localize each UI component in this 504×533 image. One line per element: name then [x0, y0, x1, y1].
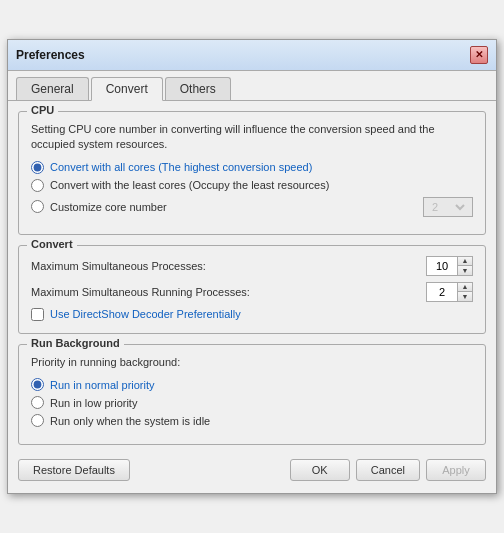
- run-background-group-label: Run Background: [27, 337, 124, 349]
- normal-priority-row: Run in normal priority: [31, 378, 473, 391]
- least-cores-row: Convert with the least cores (Occupy the…: [31, 179, 473, 192]
- max-simultaneous-row: Maximum Simultaneous Processes: ▲ ▼: [31, 256, 473, 276]
- content-area: CPU Setting CPU core number in convertin…: [8, 101, 496, 493]
- all-cores-radio[interactable]: [31, 161, 44, 174]
- max-simultaneous-down[interactable]: ▼: [458, 266, 472, 275]
- max-simultaneous-label: Maximum Simultaneous Processes:: [31, 260, 426, 272]
- preferences-window: Preferences ✕ General Convert Others CPU…: [7, 39, 497, 494]
- apply-button[interactable]: Apply: [426, 459, 486, 481]
- max-running-input[interactable]: [427, 283, 457, 301]
- bottom-buttons: Restore Defaults OK Cancel Apply: [18, 455, 486, 483]
- max-running-label: Maximum Simultaneous Running Processes:: [31, 286, 426, 298]
- all-cores-row: Convert with all cores (The highest conv…: [31, 161, 473, 174]
- low-priority-label: Run in low priority: [50, 397, 137, 409]
- tabs-bar: General Convert Others: [8, 71, 496, 101]
- customize-cores-radio[interactable]: [31, 200, 44, 213]
- max-simultaneous-spinner-buttons: ▲ ▼: [457, 257, 472, 275]
- convert-group: Convert Maximum Simultaneous Processes: …: [18, 245, 486, 334]
- directshow-label: Use DirectShow Decoder Preferentially: [50, 308, 241, 320]
- window-title: Preferences: [16, 48, 85, 62]
- idle-priority-row: Run only when the system is idle: [31, 414, 473, 427]
- least-cores-label: Convert with the least cores (Occupy the…: [50, 179, 329, 191]
- tab-others[interactable]: Others: [165, 77, 231, 100]
- convert-group-label: Convert: [27, 238, 77, 250]
- max-simultaneous-up[interactable]: ▲: [458, 257, 472, 266]
- least-cores-radio[interactable]: [31, 179, 44, 192]
- cpu-group: CPU Setting CPU core number in convertin…: [18, 111, 486, 235]
- max-running-spinner[interactable]: ▲ ▼: [426, 282, 473, 302]
- max-running-down[interactable]: ▼: [458, 292, 472, 301]
- core-count-select[interactable]: 2 4 8: [423, 197, 473, 217]
- directshow-checkbox[interactable]: [31, 308, 44, 321]
- run-background-group: Run Background Priority in running backg…: [18, 344, 486, 445]
- cpu-description: Setting CPU core number in converting wi…: [31, 122, 473, 153]
- max-simultaneous-input[interactable]: [427, 257, 457, 275]
- close-button[interactable]: ✕: [470, 46, 488, 64]
- idle-priority-label: Run only when the system is idle: [50, 415, 210, 427]
- low-priority-row: Run in low priority: [31, 396, 473, 409]
- restore-defaults-button[interactable]: Restore Defaults: [18, 459, 130, 481]
- max-running-up[interactable]: ▲: [458, 283, 472, 292]
- tab-general[interactable]: General: [16, 77, 89, 100]
- customize-cores-row: Customize core number 2 4 8: [31, 197, 473, 217]
- directshow-row: Use DirectShow Decoder Preferentially: [31, 308, 473, 321]
- normal-priority-radio[interactable]: [31, 378, 44, 391]
- run-background-description: Priority in running background:: [31, 355, 473, 370]
- low-priority-radio[interactable]: [31, 396, 44, 409]
- all-cores-label: Convert with all cores (The highest conv…: [50, 161, 312, 173]
- cancel-button[interactable]: Cancel: [356, 459, 420, 481]
- max-running-row: Maximum Simultaneous Running Processes: …: [31, 282, 473, 302]
- cpu-group-label: CPU: [27, 104, 58, 116]
- tab-convert[interactable]: Convert: [91, 77, 163, 101]
- max-simultaneous-spinner[interactable]: ▲ ▼: [426, 256, 473, 276]
- normal-priority-label: Run in normal priority: [50, 379, 155, 391]
- max-running-spinner-buttons: ▲ ▼: [457, 283, 472, 301]
- ok-button[interactable]: OK: [290, 459, 350, 481]
- core-count-dropdown[interactable]: 2 4 8: [428, 200, 468, 214]
- title-bar: Preferences ✕: [8, 40, 496, 71]
- idle-priority-radio[interactable]: [31, 414, 44, 427]
- customize-cores-label: Customize core number: [50, 201, 167, 213]
